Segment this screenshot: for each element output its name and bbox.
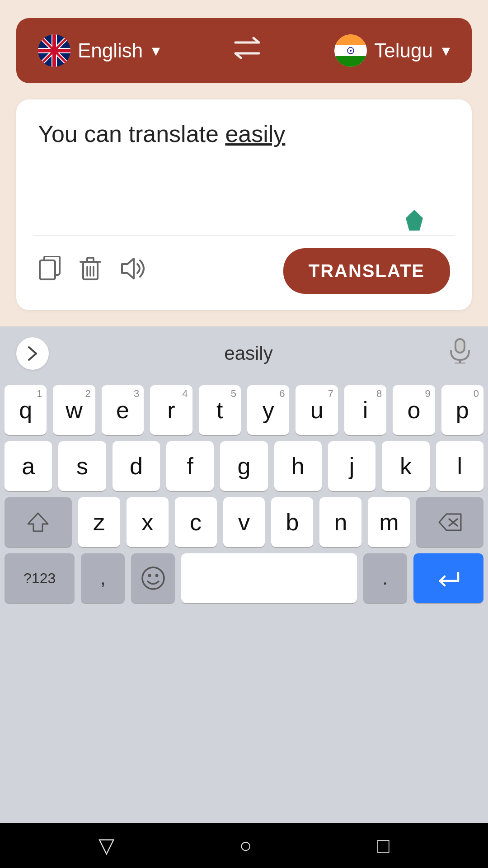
swap-icon (231, 35, 263, 61)
keyboard-row-1: q1 w2 e3 r4 t5 y6 u7 i8 o9 p0 (0, 385, 488, 435)
keyboard-suggestion-bar: easily (0, 326, 488, 381)
navigation-bar: ▽ ○ □ (0, 823, 488, 868)
text-cursor (406, 210, 423, 231)
source-text-before: You can translate (38, 121, 225, 147)
svg-rect-26 (455, 339, 465, 353)
back-button[interactable]: ▽ (99, 833, 114, 858)
trash-icon (80, 256, 101, 281)
svg-point-16 (350, 50, 352, 52)
enter-key[interactable] (413, 553, 483, 603)
key-p[interactable]: p0 (441, 385, 483, 435)
swap-languages-button[interactable] (231, 35, 263, 66)
home-button[interactable]: ○ (239, 833, 252, 858)
keyboard: q1 w2 e3 r4 t5 y6 u7 i8 o9 p0 a s d f g … (0, 381, 488, 823)
numbers-key[interactable]: ?123 (5, 553, 75, 603)
emoji-icon (141, 566, 166, 591)
key-f[interactable]: f (166, 441, 214, 491)
source-language-selector[interactable]: English ▾ (38, 34, 160, 67)
comma-key[interactable]: , (81, 553, 125, 603)
key-e[interactable]: e3 (102, 385, 144, 435)
enter-icon (436, 568, 460, 588)
shift-icon (27, 512, 49, 532)
backspace-key[interactable] (416, 497, 483, 547)
svg-rect-18 (40, 260, 55, 279)
key-m[interactable]: m (368, 497, 410, 547)
mic-icon (448, 338, 472, 363)
key-u[interactable]: u7 (296, 385, 338, 435)
emoji-key[interactable] (131, 553, 175, 603)
key-h[interactable]: h (274, 441, 322, 491)
key-j[interactable]: j (328, 441, 375, 491)
key-g[interactable]: g (220, 441, 267, 491)
volume-button[interactable] (119, 256, 146, 287)
key-z[interactable]: z (78, 497, 120, 547)
copy-button[interactable] (38, 256, 61, 287)
shift-key[interactable] (5, 497, 72, 547)
key-c[interactable]: c (175, 497, 217, 547)
svg-marker-29 (28, 513, 48, 531)
backspace-icon (438, 512, 462, 532)
input-actions-bar: TRANSLATE (38, 248, 450, 294)
key-x[interactable]: x (127, 497, 169, 547)
key-a[interactable]: a (5, 441, 52, 491)
target-language-label: Telugu (374, 39, 433, 62)
expand-suggestions-button[interactable] (16, 337, 49, 370)
chevron-right-icon (24, 345, 41, 362)
svg-point-34 (155, 574, 158, 577)
keyboard-row-4: ?123 , . (0, 553, 488, 603)
input-card: You can translate easily (16, 99, 472, 310)
key-t[interactable]: t5 (199, 385, 241, 435)
keyboard-row-2: a s d f g h j k l (0, 441, 488, 491)
key-s[interactable]: s (58, 441, 106, 491)
source-text-area[interactable]: You can translate easily (38, 118, 450, 235)
svg-rect-12 (334, 34, 367, 45)
svg-rect-21 (87, 258, 94, 262)
microphone-button[interactable] (448, 338, 472, 369)
svg-point-32 (142, 567, 164, 589)
key-q[interactable]: q1 (5, 385, 47, 435)
key-d[interactable]: d (113, 441, 160, 491)
divider (33, 235, 455, 236)
source-language-chevron: ▾ (152, 41, 160, 60)
period-key[interactable]: . (363, 553, 407, 603)
target-language-selector[interactable]: Telugu ▾ (334, 34, 450, 67)
svg-marker-25 (122, 259, 134, 278)
recent-apps-button[interactable]: □ (377, 833, 389, 858)
india-flag-icon (334, 34, 367, 67)
key-k[interactable]: k (382, 441, 429, 491)
copy-icon (38, 256, 61, 281)
keyboard-row-3: z x c v b n m (0, 497, 488, 547)
svg-point-33 (148, 574, 151, 577)
key-r[interactable]: r4 (150, 385, 192, 435)
action-icons-group (38, 256, 146, 287)
delete-button[interactable] (80, 256, 101, 287)
target-language-chevron: ▾ (442, 41, 450, 60)
key-w[interactable]: w2 (53, 385, 95, 435)
key-n[interactable]: n (319, 497, 361, 547)
space-key[interactable] (181, 553, 357, 603)
translate-button[interactable]: TRANSLATE (283, 248, 450, 294)
source-text-underlined: easily (225, 121, 285, 147)
source-text: You can translate easily (38, 118, 450, 151)
key-l[interactable]: l (436, 441, 483, 491)
svg-rect-14 (334, 56, 367, 67)
uk-flag-icon (38, 34, 70, 67)
key-y[interactable]: y6 (247, 385, 289, 435)
suggestion-word[interactable]: easily (58, 343, 439, 364)
language-selector-bar: English ▾ Telugu ▾ (16, 18, 472, 83)
key-v[interactable]: v (223, 497, 265, 547)
volume-icon (119, 256, 146, 281)
source-language-label: English (78, 39, 143, 62)
key-b[interactable]: b (271, 497, 313, 547)
key-o[interactable]: o9 (393, 385, 435, 435)
key-i[interactable]: i8 (344, 385, 386, 435)
